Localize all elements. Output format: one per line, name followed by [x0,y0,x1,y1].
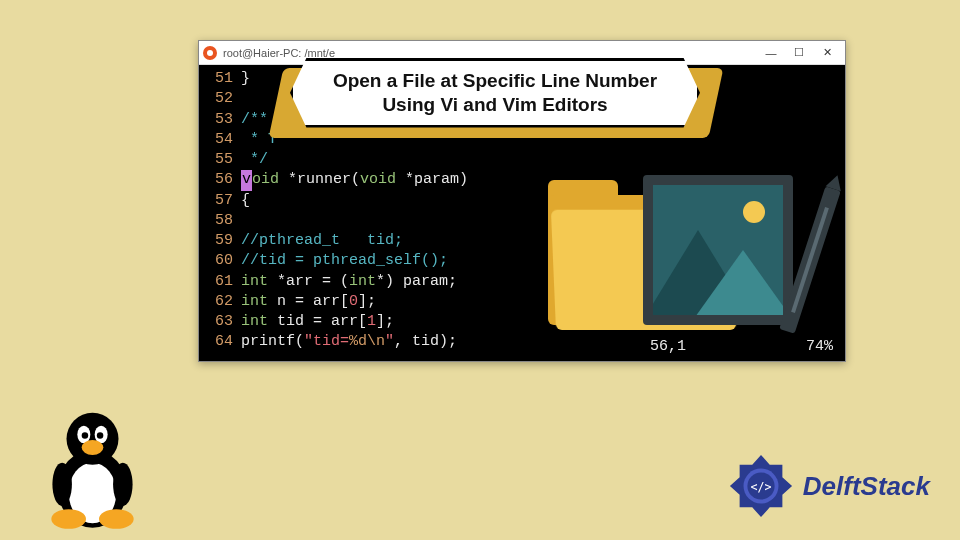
line-number: 53 [207,110,233,130]
code-token: v [241,170,252,190]
code-token: } [241,69,250,89]
svg-point-7 [82,440,104,455]
close-button[interactable]: ✕ [813,42,841,64]
code-token: " [385,332,394,352]
code-token: %d\n [349,332,385,352]
line-number: 56 [207,170,233,190]
svg-point-8 [51,509,86,529]
code-token: tid = arr[ [268,312,367,332]
line-number: 55 [207,150,233,170]
svg-point-2 [67,413,119,465]
image-icon [643,175,793,325]
code-token: int [349,272,376,292]
maximize-button[interactable]: ☐ [785,42,813,64]
code-token: *param) [396,170,468,190]
code-token: printf( [241,332,304,352]
window-controls: — ☐ ✕ [757,42,841,64]
line-number: 59 [207,231,233,251]
code-token: oid [252,170,279,190]
line-number: 58 [207,211,233,231]
title-banner: Open a File at Specific Line Number Usin… [290,58,700,128]
line-number: 63 [207,312,233,332]
code-token: //tid = pthread_self(); [241,251,448,271]
svg-point-9 [99,509,134,529]
ubuntu-icon [203,46,217,60]
code-token: *arr = ( [268,272,349,292]
code-token: ]; [376,312,394,332]
code-token: { [241,191,250,211]
tux-penguin-icon [35,402,150,532]
code-token: n = arr[ [268,292,349,312]
line-number: 51 [207,69,233,89]
code-token: /** [241,110,268,130]
svg-point-11 [113,463,133,506]
code-token: , tid); [394,332,457,352]
line-number: 54 [207,130,233,150]
code-token: ]; [358,292,376,312]
code-token: "tid= [304,332,349,352]
minimize-button[interactable]: — [757,42,785,64]
banner-line-1: Open a File at Specific Line Number [309,69,681,93]
line-number: 62 [207,292,233,312]
line-number: 64 [207,332,233,352]
code-token: */ [241,150,268,170]
line-number: 57 [207,191,233,211]
folder-image-illustration [548,175,808,350]
mountain-icon [693,250,793,320]
code-token: 0 [349,292,358,312]
sun-icon [743,201,765,223]
line-number: 60 [207,251,233,271]
code-token: *runner( [279,170,360,190]
delftstack-text: DelftStack [803,471,930,502]
delftstack-badge-icon: </> [727,452,795,520]
code-token: void [360,170,396,190]
window-title: root@Haier-PC: /mnt/e [223,47,757,59]
code-token: *) param; [376,272,457,292]
code-token: int [241,292,268,312]
delftstack-logo: </> DelftStack [727,452,930,520]
svg-point-6 [97,432,104,439]
code-token: 1 [367,312,376,332]
line-number: 61 [207,272,233,292]
code-line: 55 */ [207,150,837,170]
code-token: //pthread_t tid; [241,231,403,251]
svg-point-5 [82,432,89,439]
code-token: int [241,272,268,292]
line-number: 52 [207,89,233,109]
svg-point-10 [52,463,72,506]
svg-text:</>: </> [750,480,771,494]
scroll-percent: 74% [806,337,833,357]
code-token: int [241,312,268,332]
banner-line-2: Using Vi and Vim Editors [309,93,681,117]
